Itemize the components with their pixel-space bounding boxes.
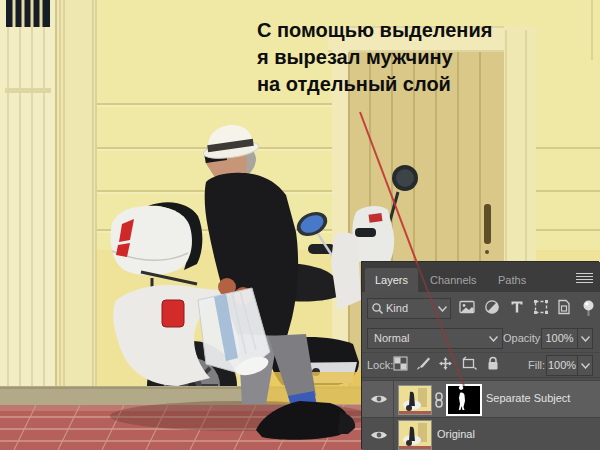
- shape-filter-icon[interactable]: [533, 299, 551, 318]
- door-handle: [484, 204, 491, 244]
- opacity-label: Opacity:: [503, 332, 543, 344]
- filter-kind-dropdown[interactable]: Kind: [367, 298, 451, 319]
- lock-position-icon[interactable]: [438, 356, 456, 374]
- fill-label: Fill:: [528, 359, 545, 371]
- search-icon: [371, 302, 384, 315]
- pilaster: [57, 0, 97, 392]
- chevron-down-icon: [581, 363, 590, 369]
- eye-icon[interactable]: [370, 429, 388, 441]
- lock-label: Lock:: [367, 359, 393, 371]
- lock-row: Lock: Fill: 100%: [362, 353, 600, 378]
- blend-mode-dropdown[interactable]: Normal: [367, 328, 503, 349]
- fill-dropdown-chevron[interactable]: [578, 355, 593, 376]
- filter-kind-label: Kind: [386, 299, 408, 318]
- chevron-down-icon: [581, 336, 590, 342]
- layer-thumbnail[interactable]: [399, 386, 431, 414]
- lock-artboard-icon[interactable]: [461, 356, 479, 374]
- lock-all-icon[interactable]: [486, 356, 504, 374]
- lock-transparency-icon[interactable]: [393, 356, 411, 374]
- panel-menu-icon[interactable]: [576, 271, 593, 284]
- blend-mode-value: Normal: [374, 329, 409, 348]
- blend-row: Normal Opacity: 100%: [362, 324, 600, 353]
- screenshot: С помощью выделения я вырезал мужчину на…: [0, 0, 600, 450]
- annotation-line-1: С помощью выделения: [257, 17, 492, 44]
- tab-paths[interactable]: Paths: [488, 268, 536, 292]
- eye-icon[interactable]: [370, 393, 388, 405]
- fill-value[interactable]: 100%: [546, 355, 578, 376]
- layer-name: Separate Subject: [486, 392, 570, 404]
- opacity-value[interactable]: 100%: [541, 328, 578, 349]
- layer-row-original[interactable]: Original: [362, 418, 600, 450]
- filter-row: Kind: [362, 292, 600, 324]
- mask-thumbnail[interactable]: [446, 384, 482, 416]
- chevron-down-icon: [438, 306, 447, 312]
- adjustment-filter-icon[interactable]: [484, 299, 502, 318]
- annotation-line-2: я вырезал мужчину: [257, 44, 492, 71]
- link-icon: [434, 392, 444, 408]
- tab-layers[interactable]: Layers: [365, 268, 418, 292]
- left-door: [0, 0, 57, 398]
- layer-row-separate-subject[interactable]: Separate Subject: [362, 380, 600, 418]
- type-filter-icon[interactable]: [509, 299, 527, 318]
- layers-panel: Layers Channels Paths Kind: [362, 262, 600, 450]
- tail-light: [162, 300, 184, 327]
- layer-name: Original: [437, 428, 475, 440]
- layer-list: Separate Subject Original: [362, 378, 600, 450]
- pixel-filter-icon[interactable]: [459, 299, 477, 318]
- annotation-line-3: на отдельный слой: [257, 71, 492, 98]
- chevron-down-icon: [489, 336, 498, 342]
- annotation-text: С помощью выделения я вырезал мужчину на…: [257, 17, 492, 98]
- smart-object-filter-icon[interactable]: [556, 299, 574, 318]
- opacity-dropdown-chevron[interactable]: [578, 328, 593, 349]
- panel-tab-bar: Layers Channels Paths: [362, 262, 600, 292]
- top-box: [111, 206, 192, 275]
- tab-channels[interactable]: Channels: [420, 268, 486, 292]
- layer-thumbnail[interactable]: [399, 421, 431, 449]
- lock-paint-icon[interactable]: [416, 356, 434, 374]
- filter-pin-icon[interactable]: [581, 299, 599, 318]
